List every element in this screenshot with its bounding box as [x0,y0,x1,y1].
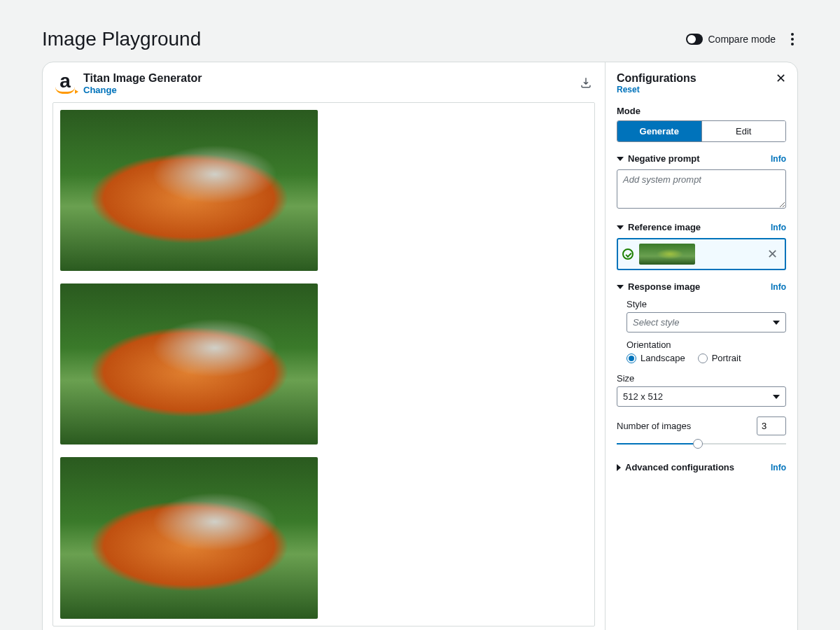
advanced-config-toggle[interactable]: Advanced configurations [617,462,734,472]
reference-image-toggle[interactable]: Reference image Info [617,222,786,232]
reference-image-label: Reference image [628,222,701,232]
compare-mode-label: Compare mode [708,34,776,45]
slider-thumb-icon [693,439,703,449]
radio-icon [698,354,708,363]
negative-prompt-label: Negative prompt [628,153,700,164]
page-header: Image Playground Compare mode [42,28,798,50]
response-image-label: Response image [628,281,700,292]
style-label: Style [626,299,786,309]
chevron-down-icon [617,157,624,161]
mode-generate-button[interactable]: Generate [617,121,701,141]
negative-prompt-toggle[interactable]: Negative prompt Info [617,153,786,164]
radio-icon [626,354,636,363]
reset-link[interactable]: Reset [617,85,696,94]
generated-image[interactable] [60,457,318,619]
results-gallery [52,102,595,626]
mode-label: Mode [617,106,786,116]
close-config-button[interactable]: ✕ [776,72,786,85]
negative-prompt-input[interactable] [617,169,786,209]
style-select-placeholder: Select style [633,317,679,328]
chevron-down-icon [773,321,780,325]
size-select-value: 512 x 512 [623,391,663,402]
change-model-link[interactable]: Change [83,85,202,95]
negative-prompt-info-link[interactable]: Info [771,154,786,164]
style-select[interactable]: Select style [626,312,786,332]
chevron-down-icon [617,225,624,230]
orientation-portrait-label: Portrait [712,353,741,363]
size-label: Size [617,373,786,384]
advanced-config-label: Advanced configurations [625,462,734,472]
chevron-down-icon [773,395,780,399]
more-menu-button[interactable] [787,33,798,46]
num-images-input[interactable] [757,416,786,435]
size-select[interactable]: 512 x 512 [617,386,786,407]
model-name: Titan Image Generator [83,72,202,85]
chevron-down-icon [617,285,624,289]
config-title: Configurations [617,72,696,85]
page-title: Image Playground [42,28,201,50]
download-button[interactable] [580,76,592,91]
mode-edit-button[interactable]: Edit [701,121,786,141]
reference-thumbnail [639,244,695,265]
num-images-label: Number of images [617,421,691,431]
orientation-label: Orientation [626,340,786,350]
response-image-toggle[interactable]: Response image Info [617,281,786,292]
generated-image[interactable] [60,110,318,271]
check-icon [622,248,634,260]
response-image-info-link[interactable]: Info [771,282,786,292]
reference-image-slot[interactable]: ✕ [617,238,786,270]
orientation-landscape-label: Landscape [640,353,685,363]
orientation-portrait-radio[interactable]: Portrait [698,353,741,363]
advanced-config-info-link[interactable]: Info [771,463,786,472]
remove-reference-button[interactable]: ✕ [764,246,780,262]
reference-image-info-link[interactable]: Info [771,223,786,232]
generated-image[interactable] [60,284,318,444]
num-images-slider[interactable] [617,438,786,449]
toggle-icon [686,34,703,45]
compare-mode-toggle[interactable]: Compare mode [686,34,776,45]
mode-segmented: Generate Edit [617,120,786,142]
orientation-landscape-radio[interactable]: Landscape [626,353,685,363]
chevron-right-icon [617,464,621,471]
amazon-logo-icon: a [55,74,75,94]
